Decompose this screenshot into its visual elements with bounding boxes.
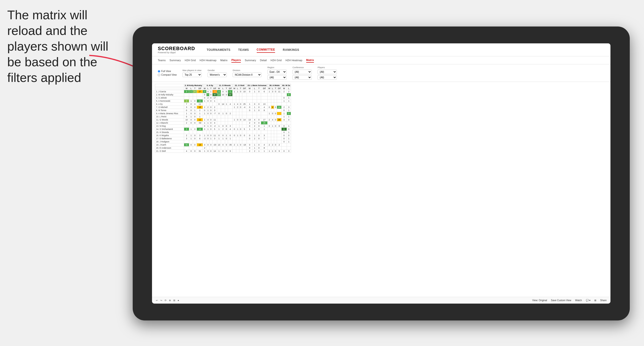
compact-view-label: Compact View [161, 73, 176, 76]
subnav-h2hgrid[interactable]: H2H Grid [184, 58, 196, 62]
division-select[interactable]: NCAA Division II [232, 73, 262, 77]
full-view-radio[interactable]: Full View [158, 70, 176, 73]
cell [257, 96, 261, 100]
cell [232, 112, 236, 115]
gender-select[interactable]: Women's [208, 73, 227, 77]
division-filter: Division NCAA Division II [232, 69, 262, 77]
cell: 3 [228, 125, 232, 128]
cell: 0 [221, 134, 225, 137]
cell [225, 118, 228, 121]
cell: 0 [193, 118, 197, 121]
cell: 0 [257, 125, 261, 128]
cell: 0 [236, 118, 239, 121]
nav-committee[interactable]: COMMITTEE [257, 47, 275, 53]
subnav-summary2[interactable]: Summary [245, 58, 256, 62]
undo-button[interactable]: ↩ [156, 299, 158, 302]
conference-select[interactable]: (All) [292, 70, 312, 74]
cell: 0 [225, 112, 228, 115]
grid-button[interactable]: ⊞ [173, 299, 175, 302]
cell: 2 [281, 90, 287, 93]
watch-button[interactable]: Watch [575, 299, 582, 302]
players-select[interactable]: (All) [318, 70, 337, 74]
nav-tournaments[interactable]: TOURNAMENTS [206, 47, 230, 52]
region-sub-select[interactable]: (All) [267, 75, 287, 80]
cell [261, 96, 268, 100]
cell [232, 121, 236, 125]
cell: 0 [203, 93, 206, 96]
cell [287, 143, 291, 147]
cell: 1 [228, 137, 232, 140]
cell [247, 131, 253, 134]
cell [206, 131, 210, 134]
cell: 1 [217, 128, 221, 131]
zoom-button[interactable]: ⊕ [169, 299, 171, 302]
cell: 3 [184, 137, 189, 140]
cell: -2 [212, 125, 217, 128]
view-original-button[interactable]: View: Original [532, 299, 547, 302]
cell [217, 106, 221, 109]
cell [221, 115, 225, 118]
conference-sub-select[interactable]: (All) [292, 75, 312, 80]
cell: 2 [228, 112, 232, 115]
compact-view-radio[interactable]: Compact View [158, 73, 176, 76]
cell: 14 [212, 150, 217, 153]
subnav-h2hgrid2[interactable]: H2H Grid [270, 58, 282, 62]
redo-button[interactable]: ↪ [160, 299, 162, 302]
sh-l7: L [287, 87, 291, 90]
max-players-label: Max players in view [182, 69, 202, 72]
nav-rankings[interactable]: RANKINGS [283, 47, 299, 52]
cell [197, 131, 203, 134]
subnav-players[interactable]: Players [232, 58, 241, 63]
cell: 11 [212, 118, 217, 121]
cell [274, 140, 277, 143]
cell: 6 [261, 90, 268, 93]
max-players-select[interactable]: Top 25 [182, 73, 202, 77]
subnav-h2hheatmap[interactable]: H2H Heatmap [200, 58, 216, 62]
subnav-detail[interactable]: Detail [260, 58, 266, 62]
table-row: 15. H Stranda 01 [155, 131, 291, 134]
settings-button[interactable]: ● [178, 299, 179, 302]
save-custom-button[interactable]: Save Custom View [551, 299, 571, 302]
refresh-button[interactable]: ⟳ [164, 299, 166, 302]
sh-l3: L [221, 87, 225, 90]
subnav-matrix2[interactable]: Matrix [306, 58, 314, 63]
cell [274, 121, 277, 125]
cell: 0 [184, 115, 189, 118]
full-view-input[interactable] [158, 70, 160, 73]
cell: 0 [239, 128, 242, 131]
cell: 3 [184, 128, 189, 131]
cell [239, 96, 242, 100]
cell: 0 [189, 150, 193, 153]
cell [268, 100, 271, 103]
cell: 1 [281, 100, 287, 103]
cell: 4 [281, 118, 287, 121]
comment-button[interactable]: 💬 ▾ [586, 299, 591, 302]
logo-subtitle: Powered by clippd [158, 51, 195, 54]
table-row: 8. M Torres 0012 0103 0108 01 [155, 109, 291, 112]
cell: 1 [287, 137, 291, 140]
cell [274, 93, 277, 96]
share-button[interactable]: Share [600, 299, 606, 302]
cell: 0 [203, 125, 206, 128]
cell: 2 [268, 118, 271, 121]
cell: 0 [281, 150, 287, 153]
subnav-h2hheatmap2[interactable]: H2H Heatmap [286, 58, 302, 62]
players-sub-select[interactable]: (All) [318, 75, 337, 80]
compact-view-input[interactable] [158, 74, 160, 76]
cell [232, 100, 236, 103]
subnav-matrix[interactable]: Matrix [220, 58, 228, 62]
cell: 11 [277, 90, 281, 93]
subnav-teams[interactable]: Teams [158, 58, 166, 62]
cell: 0 [287, 134, 291, 137]
cell [268, 134, 271, 137]
cell [232, 93, 236, 96]
region-select[interactable]: East - DII [267, 70, 287, 74]
cell: 1 [225, 134, 228, 137]
cell: 1 [203, 150, 206, 153]
cell [221, 106, 225, 109]
cell: 0 [210, 106, 212, 109]
table-row: 5. A Nomrowski 310-11 1001 11 [155, 100, 291, 103]
subnav-summary[interactable]: Summary [170, 58, 181, 62]
expand-button[interactable]: ⊞ [594, 299, 596, 302]
nav-teams[interactable]: TEAMS [238, 47, 249, 52]
